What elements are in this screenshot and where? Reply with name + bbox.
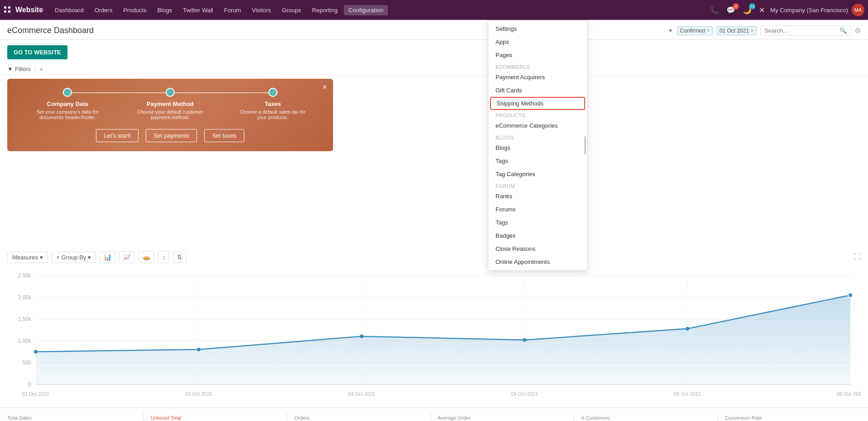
step-2-desc: Choose your default customer payment met…: [134, 109, 206, 120]
svg-rect-1: [8, 6, 10, 9]
bar-chart-icon[interactable]: 📊: [100, 251, 115, 263]
date-filter-remove[interactable]: ×: [751, 28, 754, 33]
dd-shipping-methods[interactable]: Shipping Methods: [490, 97, 585, 110]
search-icon: 🔍: [839, 27, 847, 34]
stat-avg-order: Average Order $ 907.83: [431, 413, 574, 421]
chart-svg: 2.50k 2.00k 1.50k 1.00k 500 0: [7, 267, 861, 402]
moon-badge: 24: [749, 3, 755, 10]
dd-ranks[interactable]: Ranks: [488, 190, 587, 203]
nav-products[interactable]: Products: [119, 5, 151, 15]
filters-button[interactable]: ▼ Filters: [7, 66, 31, 72]
sub-header-right: ▼ Confirmed × 01 Oct 2021 × 🔍 ⚙: [668, 25, 861, 36]
search-box[interactable]: 🔍: [760, 25, 851, 36]
step-dot-3: [268, 88, 277, 97]
dd-blogs[interactable]: Blogs: [488, 141, 587, 154]
chart-point-4: [686, 327, 689, 330]
nav-visitors[interactable]: Visitors: [248, 5, 276, 15]
confirmed-filter-tag[interactable]: Confirmed ×: [677, 26, 713, 35]
filter-funnel-icon: ▼: [7, 66, 13, 72]
settings-icon[interactable]: ⚙: [854, 26, 861, 35]
svg-text:500: 500: [22, 359, 31, 366]
step-1-title: Company Data: [47, 100, 88, 107]
company-name: My Company (San Francisco): [770, 7, 848, 14]
filters-bar: ▼ Filters | ≡: [0, 63, 868, 76]
dd-apps[interactable]: Apps: [488, 35, 587, 48]
measures-label: Measures: [12, 254, 38, 261]
go-to-website-button[interactable]: GO TO WEBSITE: [7, 45, 67, 59]
svg-text:0: 0: [28, 381, 31, 388]
chart-svg-wrapper: 2.50k 2.00k 1.50k 1.00k 500 0: [7, 267, 861, 404]
date-filter-tag[interactable]: 01 Oct 2021 ×: [716, 26, 757, 35]
nav-twitter-wall[interactable]: Twitter Wall: [178, 5, 218, 15]
brand-name[interactable]: Website: [15, 6, 43, 14]
close-icon[interactable]: ✕: [757, 4, 767, 16]
filter-icon: ▼: [668, 28, 673, 34]
sort-desc-icon[interactable]: ⇅: [173, 251, 186, 263]
dropdown-scrollbar[interactable]: [584, 136, 586, 154]
filters-label: Filters: [15, 66, 31, 72]
chart-controls: Measures ▾ ≡ Group By ▾ 📊 📈 🥧 ↕ ⇅ Untaxe…: [7, 248, 861, 267]
filter-remove[interactable]: ×: [707, 28, 710, 33]
chart-container: Measures ▾ ≡ Group By ▾ 📊 📈 🥧 ↕ ⇅ Untaxe…: [0, 248, 868, 404]
grid-icon[interactable]: [4, 6, 11, 14]
dd-settings[interactable]: Settings: [488, 22, 587, 35]
nav-orders[interactable]: Orders: [90, 5, 117, 15]
search-input[interactable]: [764, 27, 839, 34]
dd-section-products: Products: [488, 110, 587, 119]
page-title: eCommerce Dashboard: [7, 26, 94, 35]
dd-pages[interactable]: Pages: [488, 48, 587, 62]
phone-icon[interactable]: 📞: [708, 4, 721, 16]
wizard-step-1: Company Data Set your company's data for…: [16, 88, 119, 120]
nav-configuration[interactable]: Configuration: [344, 5, 388, 15]
stat-untaxed-label: Untaxed Total: [151, 415, 279, 421]
pie-chart-icon[interactable]: 🥧: [138, 251, 154, 263]
dd-ecommerce-categories[interactable]: eCommerce Categories: [488, 119, 587, 132]
nav-groups[interactable]: Groups: [277, 5, 306, 15]
dd-close-reasons[interactable]: Close Reasons: [488, 242, 587, 255]
filter-label: Confirmed: [680, 28, 705, 34]
step-3-title: Taxes: [265, 100, 281, 107]
stat-untaxed-total: Untaxed Total $ 8.12k: [143, 413, 287, 421]
stat-orders: Orders 9: [287, 413, 430, 421]
group-by-label: Group By: [62, 254, 86, 261]
dd-tag-categories[interactable]: Tag Categories: [488, 167, 587, 181]
dd-online-appointments[interactable]: Online Appointments: [488, 255, 587, 268]
expand-icon[interactable]: ⛶: [854, 253, 861, 261]
nav-forum[interactable]: Forum: [219, 5, 246, 15]
group-by-button[interactable]: ≡ Group By ▾: [52, 252, 96, 263]
nav-dashboard[interactable]: Dashboard: [50, 5, 88, 15]
wizard-step-3: Taxes Choose a default sales tax for you…: [221, 88, 324, 120]
nav-reporting[interactable]: Reporting: [308, 5, 342, 15]
line-chart-icon[interactable]: 📈: [119, 251, 135, 263]
svg-text:01 Oct 2021: 01 Oct 2021: [22, 391, 49, 397]
svg-text:2.50k: 2.50k: [18, 273, 32, 279]
top-navigation: Website Dashboard Orders Products Blogs …: [0, 0, 868, 20]
group-by-icon-lines: ≡: [57, 254, 59, 260]
measures-chevron-icon: ▾: [40, 254, 43, 261]
svg-text:03 Oct 2021: 03 Oct 2021: [348, 391, 375, 397]
dd-forums[interactable]: Forums: [488, 203, 587, 216]
chart-point-0: [34, 350, 38, 354]
stat-customers-label: # Customers: [582, 415, 710, 421]
dd-tags-forum[interactable]: Tags: [488, 216, 587, 229]
stat-total-sales: Total Sales $ 8.17k: [7, 413, 143, 421]
dd-gift-cards[interactable]: Gift Cards: [488, 84, 587, 97]
measures-button[interactable]: Measures ▾: [7, 252, 48, 263]
step-1-desc: Set your company's data for documents he…: [31, 109, 104, 120]
stat-conversion-label: Conversion Rate: [725, 415, 854, 421]
nav-blogs[interactable]: Blogs: [153, 5, 177, 15]
chat-icon[interactable]: 💬 4: [725, 4, 737, 16]
page-content: eCommerce Dashboard ▼ Confirmed × 01 Oct…: [0, 20, 868, 421]
dd-badges[interactable]: Badges: [488, 229, 587, 242]
sort-asc-icon[interactable]: ↕: [158, 251, 169, 263]
dd-payment-acquirers[interactable]: Payment Acquirers: [488, 71, 587, 84]
chart-area-fill: [36, 295, 850, 384]
svg-rect-2: [4, 10, 6, 13]
avatar[interactable]: MA: [852, 4, 864, 16]
step-dot-1: [63, 88, 72, 97]
divider: |: [34, 66, 36, 72]
moon-icon[interactable]: 🌙 24: [741, 4, 754, 16]
sub-header: eCommerce Dashboard ▼ Confirmed × 01 Oct…: [0, 20, 868, 40]
chart-point-2: [360, 335, 363, 338]
dd-tags-blogs[interactable]: Tags: [488, 154, 587, 167]
